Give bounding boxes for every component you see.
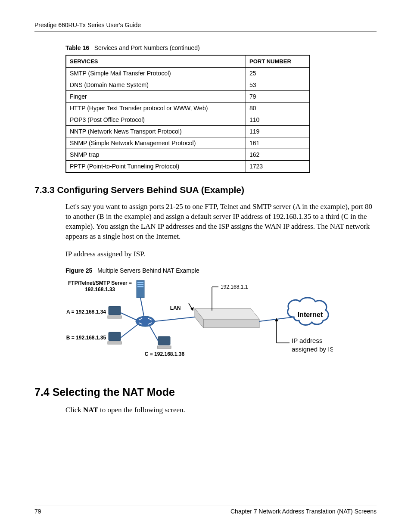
table-row: Finger79	[66, 91, 310, 103]
svg-marker-15	[195, 308, 259, 319]
figure-25: FTP/Telnet/SMTP Server = 192.168.1.33 A …	[65, 278, 333, 369]
col-services: SERVICES	[66, 55, 246, 68]
svg-rect-4	[109, 306, 121, 315]
svg-line-12	[121, 313, 137, 320]
svg-rect-8	[158, 336, 170, 345]
services-table: SERVICES PORT NUMBER SMTP (Simple Mail T…	[65, 55, 310, 173]
heading-7-4: 7.4 Selecting the NAT Mode	[34, 386, 377, 398]
table-row: SMTP (Simple Mail Transfer Protocol)25	[66, 68, 310, 79]
svg-line-14	[149, 326, 158, 341]
svg-rect-5	[108, 316, 121, 318]
chapter-label: Chapter 7 Network Address Translation (N…	[230, 508, 377, 515]
figure-label: Figure 25	[65, 267, 92, 274]
body-paragraph: IP address assigned by ISP.	[65, 249, 377, 259]
figure-caption: Figure 25 Multiple Servers Behind NAT Ex…	[65, 267, 377, 274]
svg-rect-6	[109, 332, 121, 341]
svg-marker-16	[203, 319, 259, 328]
host-b-label: B = 192.168.1.35	[66, 335, 106, 341]
table-caption: Table 16 Services and Port Numbers (cont…	[65, 44, 377, 51]
table-row: SNMP (Simple Network Management Protocol…	[66, 137, 310, 149]
table-row: PPTP (Point-to-Point Tunneling Protocol)…	[66, 161, 310, 173]
server-icon	[137, 280, 144, 298]
pc-c-icon	[157, 336, 171, 348]
table-caption-text: Services and Port Numbers (continued)	[94, 44, 200, 51]
figure-caption-text: Multiple Servers Behind NAT Example	[97, 267, 199, 274]
table-row: HTTP (Hyper Text Transfer protocol or WW…	[66, 103, 310, 114]
pc-a-icon	[108, 306, 121, 318]
svg-rect-9	[157, 346, 171, 348]
table-row: SNMP trap162	[66, 149, 310, 161]
isp-label-1: IP address	[292, 337, 322, 344]
svg-line-11	[140, 298, 144, 316]
switch-icon	[136, 316, 155, 327]
svg-line-13	[121, 324, 138, 338]
body-paragraph: Let's say you want to assign ports 21-25…	[65, 202, 377, 242]
isp-label-2: assigned by ISP.	[292, 345, 333, 353]
svg-rect-1	[137, 282, 143, 283]
server-ip: 192.168.1.33	[85, 286, 115, 292]
router-icon	[195, 308, 259, 328]
svg-rect-3	[137, 286, 143, 287]
host-c-label: C = 192.168.1.36	[145, 351, 185, 357]
router-ip-label: 192.168.1.1	[221, 284, 248, 290]
table-row: NNTP (Network News Transport Protocol)11…	[66, 126, 310, 137]
lan-label: LAN	[170, 305, 181, 311]
col-port: PORT NUMBER	[246, 55, 310, 68]
host-a-label: A = 192.168.1.34	[66, 309, 106, 315]
internet-label: Internet	[298, 311, 323, 318]
svg-rect-7	[108, 342, 121, 344]
pc-b-icon	[108, 332, 121, 344]
page-number: 79	[34, 508, 41, 515]
page-header: Prestige 660RU-Tx Series User's Guide	[34, 22, 377, 31]
page-footer: 79 Chapter 7 Network Address Translation…	[34, 505, 377, 515]
nat-bold: NAT	[83, 406, 98, 414]
table-label: Table 16	[65, 44, 89, 51]
heading-7-3-3: 7.3.3 Configuring Servers Behind SUA (Ex…	[34, 185, 377, 195]
svg-line-18	[155, 317, 195, 321]
svg-rect-2	[137, 284, 143, 285]
svg-point-10	[136, 316, 155, 327]
server-label: FTP/Telnet/SMTP Server =	[68, 280, 132, 286]
table-row: DNS (Domain Name System)53	[66, 79, 310, 91]
body-paragraph: Click NAT to open the following screen.	[65, 405, 377, 415]
table-row: POP3 (Post Office Protocol)110	[66, 114, 310, 126]
